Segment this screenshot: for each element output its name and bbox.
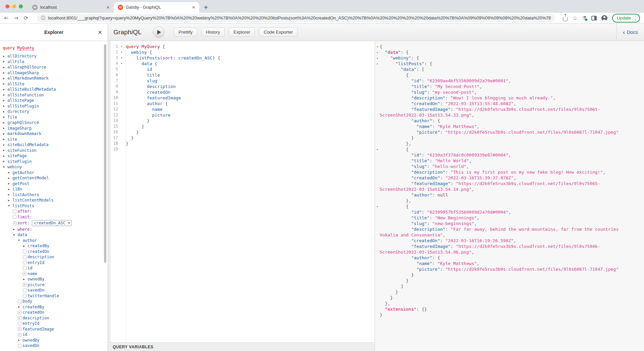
explorer-row-where[interactable]: ▶where: (13, 227, 108, 232)
explorer-row-sitePlugin[interactable]: ▶sitePlugin (3, 159, 108, 165)
maximize-window-button[interactable] (19, 4, 23, 8)
explorer-tree[interactable]: query MyQuery ▶allDirectory▶allFile▶allG… (0, 41, 108, 351)
explorer-row-description[interactable]: ✓description (18, 315, 108, 321)
profile-avatar-icon[interactable] (601, 15, 607, 21)
expand-icon[interactable]: ▶ (18, 339, 22, 342)
expand-icon[interactable]: ▶ (8, 188, 12, 191)
history-button[interactable]: History (201, 28, 225, 37)
explorer-row-sort[interactable]: ✓sort:createdOn_ASC▼ (13, 220, 108, 227)
sort-select[interactable]: createdOn_ASC▼ (32, 220, 72, 226)
query-name-input[interactable]: MyQuery (17, 46, 34, 51)
fold-icon[interactable]: ▾ (119, 49, 124, 55)
fold-icon[interactable]: ▾ (375, 204, 380, 209)
expand-icon[interactable]: ▶ (3, 99, 7, 102)
side-panel-icon[interactable] (591, 16, 597, 20)
expand-icon[interactable]: ▶ (13, 228, 17, 231)
explorer-row-allMarkdownRemark[interactable]: ▶allMarkdownRemark (3, 76, 108, 81)
explorer-row-createdBy[interactable]: ▶createdBy (18, 304, 108, 310)
explorer-row-after[interactable]: after: (13, 209, 108, 214)
explorer-row-getAuthor[interactable]: ▶getAuthor (8, 170, 108, 176)
tab-localhost[interactable]: w localhost ✕ (28, 2, 114, 13)
expand-icon[interactable]: ▶ (8, 177, 12, 180)
explorer-row-createdBy[interactable]: ▶createdBy (23, 243, 108, 249)
collapse-icon[interactable]: ▼ (18, 239, 22, 242)
explorer-row-getContentModel[interactable]: ▶getContentModel (8, 175, 108, 181)
explorer-row-id[interactable]: id (23, 265, 108, 271)
reload-icon[interactable]: ⟳ (24, 15, 28, 21)
query-variables-bar[interactable]: QUERY VARIABLES (108, 342, 375, 351)
explorer-row-createdOn[interactable]: ✓createdOn (18, 310, 108, 315)
tab-gatsby-graphiql[interactable]: w Gatsby - GraphiQL ✕ (114, 2, 199, 13)
id-checkbox[interactable] (23, 266, 26, 270)
panel-resizer[interactable] (108, 41, 111, 351)
code-exporter-button[interactable]: Code Exporter (259, 28, 298, 37)
expand-icon[interactable]: ▶ (3, 60, 7, 63)
explorer-row-name[interactable]: ✓name (23, 271, 108, 277)
explorer-row-createdOn[interactable]: createdOn (23, 249, 108, 255)
explorer-row-allDirectory[interactable]: ▶allDirectory (3, 53, 108, 59)
result-panel[interactable]: ▾{▾ "data": {▾ "webiny": {▾ "listPosts":… (375, 41, 644, 351)
description-checkbox[interactable]: ✓ (18, 316, 21, 320)
explorer-row-allSiteBuildMetadata[interactable]: ▶allSiteBuildMetadata (3, 87, 108, 92)
body-checkbox[interactable] (18, 300, 21, 303)
explorer-row-siteBuildMetadata[interactable]: ▶siteBuildMetadata (3, 142, 108, 148)
menu-kebab-icon[interactable]: ⋮ (633, 15, 638, 21)
explorer-row-file[interactable]: ▶file (3, 115, 108, 120)
explorer-row-featuredImage[interactable]: ✓featuredImage (18, 326, 108, 332)
collapse-icon[interactable]: ▼ (3, 166, 7, 169)
explorer-row-markdownRemark[interactable]: ▶markdownRemark (3, 131, 108, 137)
explorer-row-allSite[interactable]: ▶allSite (3, 81, 108, 87)
expand-icon[interactable]: ▶ (3, 127, 7, 130)
expand-icon[interactable]: ▶ (23, 245, 28, 248)
explorer-row-twitterHandle[interactable]: twitterHandle (23, 293, 108, 299)
explorer-row-listAuthors[interactable]: ▶listAuthors (8, 192, 108, 198)
explorer-row-siteFunction[interactable]: ▶siteFunction (3, 148, 108, 153)
featuredImage-checkbox[interactable]: ✓ (18, 327, 21, 331)
name-checkbox[interactable]: ✓ (23, 272, 26, 275)
savedOn-checkbox[interactable] (18, 344, 21, 348)
explorer-row-entryId[interactable]: entryId (18, 321, 108, 326)
share-icon[interactable] (563, 15, 568, 21)
expand-icon[interactable]: ▶ (3, 143, 7, 146)
createdOn-checkbox[interactable] (23, 250, 26, 253)
collapse-icon[interactable]: ▼ (13, 233, 17, 236)
explorer-row-author[interactable]: ▼author (18, 238, 108, 244)
expand-icon[interactable]: ▶ (18, 305, 22, 308)
expand-icon[interactable]: ▶ (8, 193, 12, 196)
explorer-row-allSiteFunction[interactable]: ▶allSiteFunction (3, 92, 108, 98)
expand-icon[interactable]: ▶ (3, 77, 7, 80)
fold-icon[interactable]: ▾ (375, 61, 380, 67)
explorer-row-allSitePage[interactable]: ▶allSitePage (3, 98, 108, 103)
explorer-row-ownedBy[interactable]: ▶ownedBy (23, 276, 108, 282)
minimize-window-button[interactable] (12, 4, 16, 8)
expand-icon[interactable]: ▶ (3, 71, 7, 74)
explorer-row-body[interactable]: body (18, 299, 108, 304)
expand-icon[interactable]: ▶ (3, 93, 7, 96)
close-window-button[interactable] (5, 4, 9, 8)
explorer-row-picture[interactable]: ✓picture (23, 282, 108, 288)
twitterHandle-checkbox[interactable] (23, 294, 26, 298)
id-checkbox[interactable]: ✓ (18, 333, 21, 337)
expand-icon[interactable]: ▶ (3, 116, 7, 119)
explorer-toggle-button[interactable]: Explorer (229, 28, 255, 37)
after-checkbox[interactable] (13, 210, 16, 213)
expand-icon[interactable]: ▶ (8, 171, 12, 174)
fold-icon[interactable]: ▾ (375, 146, 380, 152)
expand-icon[interactable]: ▶ (3, 104, 7, 107)
sort-checkbox[interactable]: ✓ (13, 221, 16, 225)
docs-button[interactable]: ‹ Docs (616, 24, 644, 41)
fold-icon[interactable]: ▾ (375, 55, 380, 61)
explorer-row-webiny[interactable]: ▼webiny (3, 164, 108, 170)
explorer-row-graphQlSource[interactable]: ▶graphQlSource (3, 120, 108, 126)
explorer-row-allSitePlugin[interactable]: ▶allSitePlugin (3, 103, 108, 109)
query-editor[interactable]: 1▾query MyQuery {2▾ webiny {3▾ listPosts… (108, 41, 375, 351)
expand-icon[interactable]: ▶ (3, 66, 7, 69)
explorer-row-imageSharp[interactable]: ▶imageSharp (3, 126, 108, 131)
expand-icon[interactable]: ▶ (3, 121, 7, 124)
expand-icon[interactable]: ▶ (3, 88, 7, 91)
expand-icon[interactable]: ▶ (3, 55, 7, 58)
explorer-row-site[interactable]: ▶site (3, 137, 108, 142)
fold-icon[interactable]: ▾ (119, 61, 124, 67)
explorer-row-listContentModels[interactable]: ▶listContentModels (8, 198, 108, 203)
extension-flask-icon[interactable]: ⚗ (582, 15, 587, 21)
